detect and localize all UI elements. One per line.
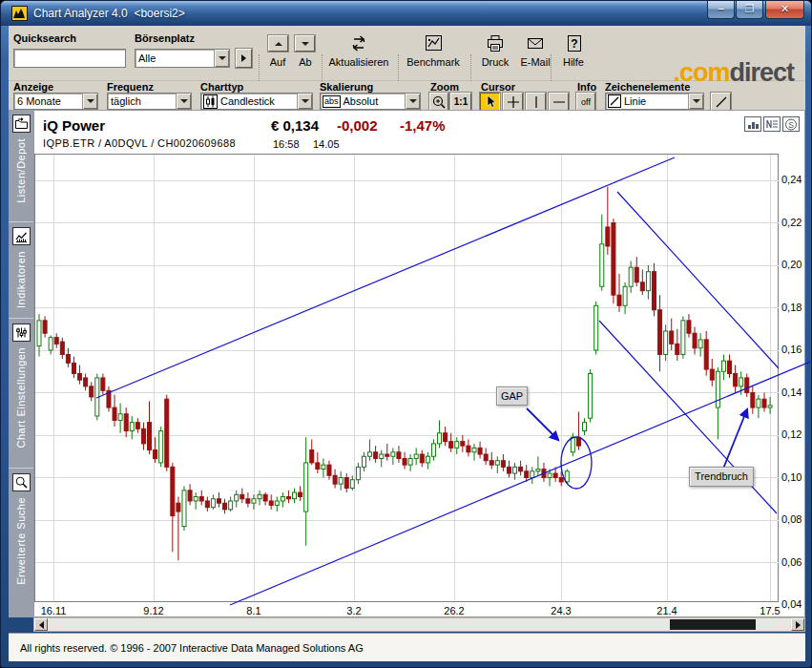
auf-button[interactable] <box>268 35 288 52</box>
refresh-icon <box>348 33 369 53</box>
quicksearch-label: Quicksearch <box>13 32 76 44</box>
sidebar-tab-erweiterte-suche[interactable]: Erweiterte Suche <box>9 469 33 617</box>
annotation-label[interactable]: Trendbruch <box>689 467 754 487</box>
x-tick-label: 24.3 <box>544 605 578 616</box>
zeichenelemente-label: Zeichenelemente <box>605 81 690 93</box>
zoom-reset-button[interactable]: 1:1 <box>450 93 471 111</box>
y-tick-label: 0,10 <box>781 471 808 483</box>
boersenplatz-label: Börsenplatz <box>135 32 195 44</box>
sidebar-tab-label: Listen/Depot <box>15 138 27 203</box>
x-tick-label: 3.2 <box>337 605 371 616</box>
y-tick-label: 0,18 <box>781 302 808 313</box>
zoom-in-button[interactable] <box>429 93 448 111</box>
zeichenelemente-select[interactable]: Linie <box>605 93 704 110</box>
x-tick-label: 16.11 <box>36 605 71 616</box>
skalierung-label: Skalierung <box>320 81 373 93</box>
sidebar-tab-label: Indikatoren <box>15 251 27 308</box>
quote-change-percent: -1,47% <box>400 117 446 134</box>
refresh-button[interactable] <box>347 32 370 53</box>
sidebar-tab-listen-depot[interactable]: Listen/Depot <box>9 110 33 222</box>
cursor-crosshair-button[interactable] <box>503 93 523 111</box>
scroll-right-button[interactable] <box>791 618 804 631</box>
y-tick-label: 0,04 <box>781 598 808 610</box>
dropdown-arrow-icon[interactable] <box>82 94 97 109</box>
frequenz-value: täglich <box>108 95 176 107</box>
horizontal-scrollbar[interactable] <box>33 617 805 632</box>
volume-chart-button[interactable] <box>744 116 761 132</box>
druck-button[interactable] <box>484 32 507 53</box>
maximize-button[interactable]: ❐ <box>736 1 763 19</box>
close-button[interactable]: ✕ <box>765 1 804 19</box>
app-window: Chart Analyzer 4.0 <boersi2> – ❐ ✕ Quick… <box>0 0 812 668</box>
scrollbar-thumb[interactable] <box>670 619 756 630</box>
ab-label: Ab <box>288 56 323 68</box>
sidebar: Listen/Depot Indikatoren Chart Einstellu… <box>9 110 33 617</box>
statusbar: All rights reserved. © 1996 - 2007 Inter… <box>9 633 805 661</box>
dropdown-arrow-icon[interactable] <box>688 94 703 109</box>
dropdown-arrow-icon[interactable] <box>297 94 312 109</box>
quicksearch-input[interactable] <box>13 49 126 68</box>
zoom-label: Zoom <box>430 81 459 93</box>
info-toggle-button[interactable]: off <box>576 93 595 111</box>
boersenplatz-expand-button[interactable] <box>236 49 252 68</box>
cursor-arrow-button[interactable] <box>480 93 500 111</box>
toolbar-main: Quicksearch Börsenplatz Alle Auf Ab Aktu <box>9 26 805 81</box>
abs-icon: abs <box>323 95 341 108</box>
email-button[interactable] <box>524 32 547 53</box>
indicator-chart-icon <box>12 227 31 245</box>
dropdown-arrow-icon[interactable] <box>176 94 191 109</box>
charttyp-select[interactable]: Candlestick <box>200 93 313 110</box>
anzeige-select[interactable]: 6 Monate <box>13 93 98 110</box>
sidebar-tab-chart-einstellungen[interactable]: Chart Einstellungen <box>9 319 33 469</box>
s-circle-icon: S <box>784 118 798 131</box>
cursor-hline-button[interactable] <box>549 93 569 111</box>
close-icon: ✕ <box>781 3 789 14</box>
up-triangle-icon <box>275 42 282 46</box>
app-icon <box>11 6 28 21</box>
draw-line-button[interactable] <box>711 93 731 111</box>
annotation-label[interactable]: GAP <box>496 386 528 406</box>
dropdown-arrow-icon[interactable] <box>405 94 420 109</box>
y-tick-label: 0,14 <box>781 386 808 398</box>
maximize-icon: ❐ <box>745 3 755 14</box>
charttyp-value: Candlestick <box>218 95 297 107</box>
boersenplatz-select[interactable]: Alle <box>135 49 230 68</box>
news-button[interactable] <box>763 116 781 132</box>
plot-area[interactable] <box>34 154 779 602</box>
news-icon <box>765 118 779 130</box>
zeichenelemente-value: Linie <box>621 95 688 107</box>
vertical-line-icon <box>530 95 543 109</box>
magnifier-plus-icon <box>431 94 447 110</box>
advanced-search-icon <box>12 473 31 491</box>
frequenz-label: Frequenz <box>107 81 154 93</box>
sidebar-tab-indikatoren[interactable]: Indikatoren <box>9 222 33 319</box>
cursor-label: Cursor <box>481 81 515 93</box>
minimize-button[interactable]: – <box>707 1 735 19</box>
skalierung-select[interactable]: abs Absolut <box>320 93 421 110</box>
cursor-arrow-icon <box>484 94 497 109</box>
horizontal-line-icon <box>552 95 566 109</box>
line-tool-icon <box>608 94 621 108</box>
titlebar[interactable]: Chart Analyzer 4.0 <boersi2> – ❐ ✕ <box>1 1 812 26</box>
quote-date: 14.05 <box>313 138 340 150</box>
help-icon: ? <box>565 33 584 53</box>
cursor-vline-button[interactable] <box>526 93 546 111</box>
dropdown-arrow-icon[interactable] <box>214 50 229 67</box>
svg-text:?: ? <box>571 37 577 51</box>
chart-settings-icon <box>12 324 31 342</box>
benchmark-button[interactable] <box>422 32 445 53</box>
volume-bars-icon <box>747 119 760 130</box>
instrument-codes: IQPB.ETR / A0DQVL / CH0020609688 <box>43 137 236 149</box>
hilfe-button[interactable]: ? <box>563 32 586 53</box>
ab-button[interactable] <box>295 35 315 52</box>
right-triangle-icon <box>796 621 801 629</box>
quote-price: € 0,134 <box>271 117 319 134</box>
frequenz-select[interactable]: täglich <box>107 93 192 110</box>
y-tick-label: 0,20 <box>781 259 808 270</box>
settings-button[interactable]: S <box>782 116 800 132</box>
x-tick-label: 21.4 <box>650 605 684 616</box>
benchmark-label: Benchmark <box>402 56 465 68</box>
x-tick-label: 26.2 <box>437 605 471 616</box>
scroll-left-button[interactable] <box>34 618 48 631</box>
window-title: Chart Analyzer 4.0 <boersi2> <box>33 7 185 20</box>
